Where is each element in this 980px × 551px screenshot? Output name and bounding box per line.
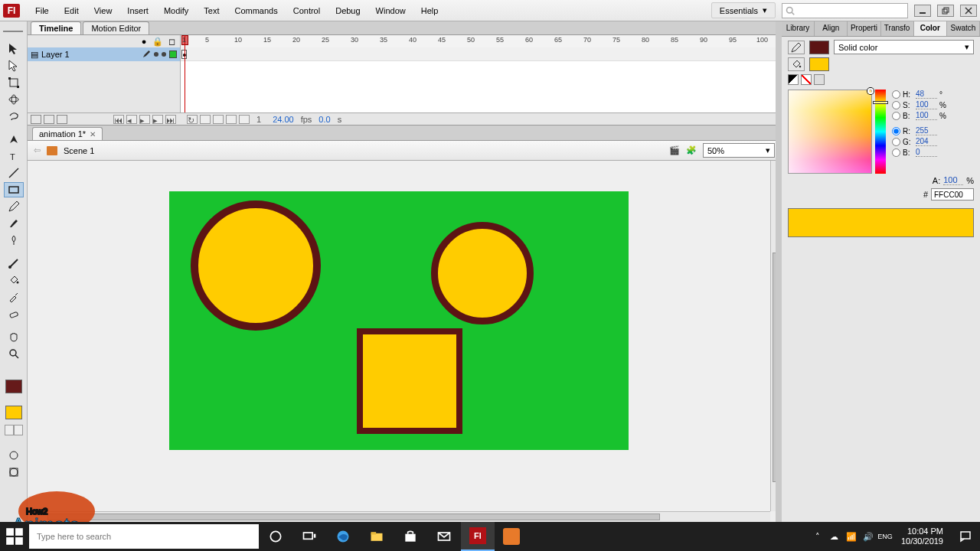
hue-marker[interactable] bbox=[873, 101, 888, 104]
menu-window[interactable]: Window bbox=[368, 3, 413, 18]
frame-ruler[interactable]: 1 5 10 15 20 25 30 35 40 45 50 55 60 65 … bbox=[181, 35, 781, 47]
horizontal-scroll-thumb[interactable] bbox=[47, 514, 660, 520]
taskbar-search[interactable]: Type here to search bbox=[29, 524, 259, 549]
tray-volume-icon[interactable]: 🔊 bbox=[860, 532, 877, 542]
shape-circle-small[interactable] bbox=[431, 222, 534, 324]
stage-canvas[interactable] bbox=[169, 191, 629, 450]
back-arrow-icon[interactable]: ⇦ bbox=[34, 145, 41, 155]
swap-colors-button[interactable] bbox=[14, 425, 23, 435]
layer-lock-dot[interactable] bbox=[162, 52, 166, 57]
tray-network-icon[interactable]: 📶 bbox=[843, 532, 860, 542]
alpha-value[interactable]: 100 bbox=[943, 175, 963, 185]
taskbar-flash[interactable]: Fl bbox=[461, 522, 495, 551]
bri-value[interactable]: 100 bbox=[916, 111, 937, 120]
new-folder-button[interactable] bbox=[44, 115, 54, 124]
rectangle-tool[interactable] bbox=[4, 182, 24, 197]
close-tab-icon[interactable]: ✕ bbox=[90, 130, 96, 139]
edit-multiple-frames-button[interactable] bbox=[226, 115, 237, 124]
edit-scene-icon[interactable]: 🎬 bbox=[669, 145, 680, 155]
shape-circle-large[interactable] bbox=[191, 201, 321, 331]
sat-value[interactable]: 100 bbox=[916, 100, 937, 109]
tray-overflow-icon[interactable]: ˄ bbox=[809, 532, 826, 542]
default-colors-button[interactable] bbox=[788, 74, 799, 85]
fill-color-swatch[interactable] bbox=[5, 406, 22, 419]
green-value[interactable]: 204 bbox=[916, 137, 937, 146]
no-color-button[interactable] bbox=[801, 74, 812, 85]
menu-debug[interactable]: Debug bbox=[328, 3, 368, 18]
onion-skin-button[interactable] bbox=[200, 115, 211, 124]
taskbar-mail[interactable] bbox=[427, 522, 461, 551]
panel-collapse-bar[interactable] bbox=[776, 21, 782, 522]
onion-skin-outlines-button[interactable] bbox=[213, 115, 224, 124]
menu-modify[interactable]: Modify bbox=[156, 3, 196, 18]
task-view-button[interactable] bbox=[292, 522, 326, 551]
subselection-tool[interactable] bbox=[4, 58, 24, 73]
menu-control[interactable]: Control bbox=[286, 3, 328, 18]
document-tab[interactable]: animation 1* ✕ bbox=[32, 127, 103, 140]
cortana-button[interactable] bbox=[259, 522, 292, 551]
action-center-button[interactable] bbox=[951, 522, 980, 551]
window-minimize[interactable] bbox=[914, 5, 931, 17]
tab-color[interactable]: Color bbox=[914, 21, 947, 36]
edit-symbols-icon[interactable]: 🧩 bbox=[686, 145, 697, 155]
3d-rotation-tool[interactable] bbox=[4, 92, 24, 107]
eyedropper-tool[interactable] bbox=[4, 289, 24, 305]
selection-tool[interactable] bbox=[4, 41, 24, 57]
frame-grid[interactable] bbox=[181, 47, 781, 112]
layer-visible-dot[interactable] bbox=[154, 52, 158, 57]
hue-slider[interactable] bbox=[875, 90, 886, 174]
tab-timeline[interactable]: Timeline bbox=[31, 21, 81, 34]
loop-button[interactable]: ↻ bbox=[187, 115, 198, 124]
tab-properties[interactable]: Properti bbox=[848, 21, 880, 36]
taskbar-app-orange[interactable] bbox=[495, 522, 528, 551]
sat-radio[interactable] bbox=[892, 101, 900, 109]
panel-fill-swatch[interactable] bbox=[809, 57, 829, 71]
new-layer-button[interactable] bbox=[31, 115, 41, 124]
prev-frame-button[interactable]: ◂ bbox=[126, 115, 137, 124]
menu-commands[interactable]: Commands bbox=[227, 3, 285, 18]
first-frame-button[interactable]: ⏮ bbox=[113, 115, 124, 124]
deco-tool[interactable] bbox=[4, 233, 24, 248]
line-tool[interactable] bbox=[4, 165, 24, 181]
object-drawing-mode[interactable] bbox=[4, 465, 24, 480]
free-transform-tool[interactable] bbox=[4, 75, 24, 90]
tab-align[interactable]: Align bbox=[815, 21, 848, 36]
red-radio[interactable] bbox=[892, 127, 900, 135]
zoom-tool[interactable] bbox=[4, 346, 24, 361]
panel-stroke-swatch[interactable] bbox=[809, 41, 829, 54]
play-button[interactable]: ▸ bbox=[139, 115, 150, 124]
modify-markers-button[interactable] bbox=[239, 115, 250, 124]
tray-language-icon[interactable]: ENG bbox=[877, 533, 893, 540]
saturation-brightness-picker[interactable] bbox=[788, 90, 872, 174]
tab-transform[interactable]: Transfo bbox=[881, 21, 914, 36]
snap-to-objects[interactable] bbox=[4, 448, 24, 463]
start-button[interactable] bbox=[5, 527, 24, 546]
workspace-selector[interactable]: Essentials ▾ bbox=[711, 2, 776, 18]
menu-insert[interactable]: Insert bbox=[119, 3, 156, 18]
taskbar-store[interactable] bbox=[394, 522, 427, 551]
text-tool[interactable]: T bbox=[4, 148, 24, 164]
menu-file[interactable]: File bbox=[28, 3, 57, 18]
stage-viewport[interactable] bbox=[28, 161, 770, 511]
hex-input[interactable] bbox=[931, 188, 974, 201]
blue-value[interactable]: 0 bbox=[916, 148, 937, 157]
lasso-tool[interactable] bbox=[4, 109, 24, 124]
stroke-indicator-icon[interactable] bbox=[788, 41, 805, 54]
menu-view[interactable]: View bbox=[87, 3, 120, 18]
taskbar-clock[interactable]: 10:04 PM 10/30/2019 bbox=[893, 527, 951, 546]
frame-row[interactable] bbox=[181, 47, 781, 61]
brush-tool[interactable] bbox=[4, 216, 24, 231]
layer-outline-box[interactable] bbox=[169, 51, 177, 58]
hue-value[interactable]: 48 bbox=[916, 90, 937, 99]
hue-radio[interactable] bbox=[892, 90, 900, 99]
taskbar-edge[interactable] bbox=[326, 522, 360, 551]
swap-colors-button[interactable] bbox=[814, 74, 825, 85]
green-radio[interactable] bbox=[892, 138, 900, 146]
eraser-tool[interactable] bbox=[4, 306, 24, 321]
fill-indicator-icon[interactable] bbox=[788, 57, 805, 71]
next-frame-button[interactable]: ▸ bbox=[152, 115, 163, 124]
tab-motion-editor[interactable]: Motion Editor bbox=[83, 21, 149, 34]
taskbar-explorer[interactable] bbox=[360, 522, 394, 551]
bri-radio[interactable] bbox=[892, 112, 900, 120]
zoom-selector[interactable]: 50% ▾ bbox=[703, 143, 775, 158]
